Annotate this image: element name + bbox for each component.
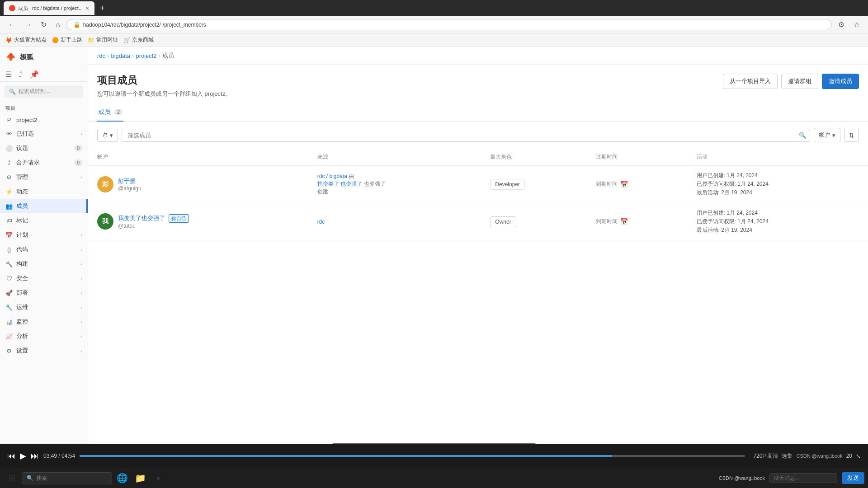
taskbar-send-btn[interactable]: 发送 xyxy=(842,472,864,484)
sidebar-item-analytics[interactable]: 📈 分析 › xyxy=(0,329,88,343)
code-label: 代码 xyxy=(16,245,77,253)
sort-btn[interactable]: 帐户 ▾ xyxy=(814,128,840,142)
merges-label: 合并请求 xyxy=(16,159,71,167)
member-1-handle: @atguigu xyxy=(118,185,142,192)
sidebar-item-issues[interactable]: ⚪ 议题 0 xyxy=(0,141,88,155)
invite-member-btn[interactable]: 邀请成员 xyxy=(822,74,859,89)
taskbar-chrome-icon[interactable]: ● xyxy=(150,470,166,486)
video-zoom: 20 xyxy=(846,453,852,459)
video-watermark: CSDN @wang□book xyxy=(796,453,842,459)
arrow-settings: › xyxy=(80,348,82,353)
time-filter-btn[interactable]: ⏱ ▾ xyxy=(97,129,118,142)
sidebar-home-icon[interactable]: ☰ xyxy=(5,70,12,79)
sidebar-item-security[interactable]: 🛡 安全 › xyxy=(0,271,88,286)
time-filter-arrow: ▾ xyxy=(110,132,113,139)
sidebar-search-box[interactable]: 🔍 搜索成转到... xyxy=(5,85,83,98)
import-from-project-btn[interactable]: 从一个项目导入 xyxy=(723,74,778,89)
sidebar-item-members[interactable]: 👥 成员 xyxy=(0,199,88,213)
bookmark-firefox[interactable]: 🦊 火狐官方站点 xyxy=(5,36,47,44)
sidebar-item-plan[interactable]: 📅 计划 › xyxy=(0,228,88,242)
member-1-name[interactable]: 彭于晏 xyxy=(118,177,142,185)
taskbar-start-btn[interactable]: ⊞ xyxy=(4,470,20,486)
home-btn[interactable]: ⌂ xyxy=(53,19,63,31)
breadcrumb-project2[interactable]: project2 xyxy=(136,52,156,59)
tab-close-btn[interactable]: × xyxy=(85,5,89,12)
taskbar-search[interactable]: 🔍 搜索 xyxy=(22,472,112,484)
video-play-btn[interactable]: ▶ xyxy=(20,451,26,461)
member-1-calendar-icon[interactable]: 📅 xyxy=(620,181,628,188)
sidebar-item-build[interactable]: 🔨 构建 › xyxy=(0,257,88,271)
member-1-source-link2[interactable]: 指变类了 也变强了 xyxy=(317,181,362,187)
manage-icon: ⚙ xyxy=(5,174,13,181)
member-2-activity-text: 用户已创建: 1月 24, 2024 已授予访问权限: 1月 24, 2024 … xyxy=(697,209,859,235)
member-1-role: Developer xyxy=(481,166,587,203)
pip-icon[interactable]: ⤡ xyxy=(856,453,861,460)
sidebar-item-monitor[interactable]: 📊 监控 › xyxy=(0,314,88,329)
time-filter-icon: ⏱ xyxy=(102,132,108,139)
sidebar: 极狐 ☰ ⤴ 📌 🔍 搜索成转到... 项目 P project2 👁 已打选 … xyxy=(0,47,88,488)
taskbar-browser-icon[interactable]: 🌐 xyxy=(114,470,130,486)
tabs-bar: 成员 2 xyxy=(88,103,868,122)
sidebar-item-code[interactable]: {} 代码 › xyxy=(0,242,88,257)
col-activity: 活动 xyxy=(688,149,868,166)
arrow-code: › xyxy=(80,247,82,252)
taskbar: ⊞ 🔍 搜索 🌐 📁 ● CSDN @wang□book 发送 xyxy=(0,468,868,488)
sidebar-merge-icon[interactable]: ⤴ xyxy=(19,70,23,79)
video-prev-btn[interactable]: ⏮ xyxy=(7,451,15,461)
breadcrumb-bigdata[interactable]: bigdata xyxy=(111,52,130,59)
video-speed[interactable]: 选集 xyxy=(782,452,793,460)
sidebar-item-deploy[interactable]: 🚀 部署 › xyxy=(0,286,88,300)
video-next-btn[interactable]: ⏭ xyxy=(31,451,39,461)
build-label: 构建 xyxy=(16,260,77,268)
video-progress-bar[interactable] xyxy=(80,455,745,457)
taskbar-folder-icon[interactable]: 📁 xyxy=(132,470,148,486)
sidebar-item-activity[interactable]: ⚡ 动态 xyxy=(0,184,88,199)
member-2-calendar-icon[interactable]: 📅 xyxy=(620,218,628,225)
video-quality[interactable]: 720P 高清 xyxy=(753,452,778,460)
breadcrumb-current: 成员 xyxy=(162,52,174,60)
breadcrumb-rdc[interactable]: rdc xyxy=(97,52,105,59)
back-btn[interactable]: ← xyxy=(5,19,18,31)
taskbar-chat-input[interactable] xyxy=(769,473,837,483)
sidebar-item-manage[interactable]: ⚙ 管理 › xyxy=(0,170,88,184)
bookmark-btn[interactable]: ☆ xyxy=(851,19,863,31)
sort-order-btn[interactable]: ⇅ xyxy=(844,129,859,142)
member-2-role-badge[interactable]: Owner xyxy=(490,216,516,227)
member-1-source-link[interactable]: rdc / bigdata xyxy=(317,173,347,179)
activity-icon: ⚡ xyxy=(5,188,13,195)
active-tab[interactable]: 成员 · rdc / bigdata / project... × xyxy=(4,1,94,15)
refresh-btn[interactable]: ↻ xyxy=(38,19,49,31)
sidebar-item-ops[interactable]: 🔧 运维 › xyxy=(0,300,88,314)
search-submit-btn[interactable]: 🔍 xyxy=(799,132,807,139)
sidebar-item-project[interactable]: P project2 xyxy=(0,113,88,127)
invite-group-btn[interactable]: 邀请群组 xyxy=(781,74,818,89)
extensions-btn[interactable]: ⚙ xyxy=(835,19,847,31)
bookmark-common[interactable]: 📁 常用网址 xyxy=(88,36,118,44)
tab-members[interactable]: 成员 2 xyxy=(97,103,123,122)
sidebar-item-settings[interactable]: ⚙ 设置 › xyxy=(0,343,88,358)
sidebar-header: 极狐 xyxy=(0,47,88,67)
member-1-account: 彭 彭于晏 @atguigu xyxy=(88,166,308,203)
member-1-expiry-text: 到期时间 xyxy=(596,180,618,188)
bookmark-newbie[interactable]: 🟠 新手上路 xyxy=(52,36,82,44)
search-icon: 🔍 xyxy=(9,89,16,95)
member-2-expiry-cell: 到期时间 📅 xyxy=(596,218,678,225)
sidebar-search[interactable]: 🔍 搜索成转到... xyxy=(0,82,88,101)
bookmark-jd[interactable]: 🛒 京东商城 xyxy=(123,36,154,44)
member-1-role-badge[interactable]: Developer xyxy=(490,179,525,190)
sidebar-item-yidaoxuan[interactable]: 👁 已打选 › xyxy=(0,127,88,141)
analytics-icon: 📈 xyxy=(5,333,13,340)
sidebar-item-merges[interactable]: ⤴ 合并请求 0 xyxy=(0,155,88,170)
issues-label: 议题 xyxy=(16,144,71,152)
forward-btn[interactable]: → xyxy=(22,19,34,31)
page-header: 项目成员 您可以邀请一个新成员或另一个群组加入 project2。 从一个项目导… xyxy=(88,65,868,103)
project-icon: P xyxy=(5,117,13,123)
member-2-name[interactable]: 我变美了也变强了 xyxy=(118,214,165,222)
sidebar-pin-icon[interactable]: 📌 xyxy=(30,70,39,79)
member-search-input[interactable] xyxy=(122,129,810,142)
member-2-source-link[interactable]: rdc xyxy=(317,219,325,225)
sidebar-item-tags[interactable]: 🏷 标记 xyxy=(0,213,88,228)
eye-icon: 👁 xyxy=(5,131,13,137)
address-bar[interactable]: 🔒 hadoop104/rdc/bigdata/project2/-/proje… xyxy=(66,19,832,30)
new-tab-btn[interactable]: + xyxy=(96,4,108,13)
